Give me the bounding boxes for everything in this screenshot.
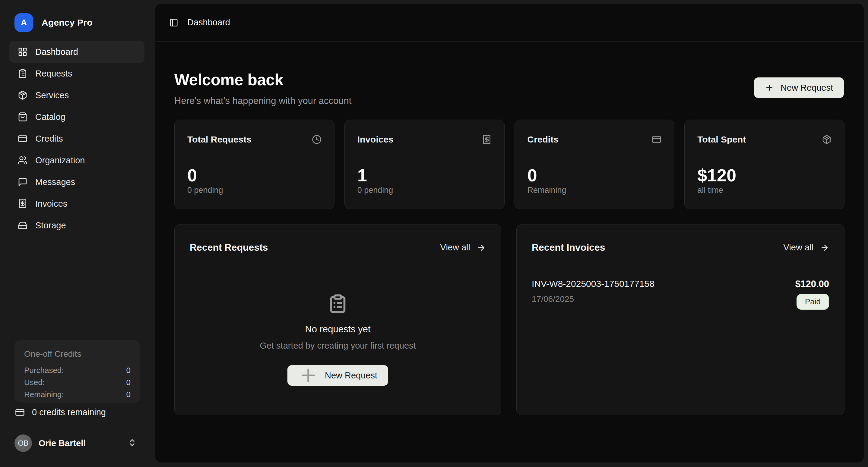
layout-grid-icon xyxy=(18,47,27,57)
stat-value: $120 xyxy=(697,165,736,185)
sidebar: A Agency Pro Dashboard Requests Services… xyxy=(0,0,155,467)
view-all-label: View all xyxy=(440,242,470,253)
credits-remaining-text: 0 credits remaining xyxy=(32,407,106,417)
app-root: A Agency Pro Dashboard Requests Services… xyxy=(0,0,868,467)
invoice-amount: $120.00 xyxy=(795,279,829,290)
empty-subtitle: Get started by creating your first reque… xyxy=(260,341,415,351)
users-icon xyxy=(18,156,27,165)
invoice-date: 17/06/2025 xyxy=(532,294,654,304)
stat-title: Invoices xyxy=(358,134,394,145)
credit-card-icon xyxy=(15,408,25,417)
credits-label: Remaining: xyxy=(24,388,64,400)
stat-caption: all time xyxy=(697,186,723,195)
credits-label: Used: xyxy=(24,376,44,388)
receipt-icon xyxy=(482,135,492,144)
empty-title: No requests yet xyxy=(305,324,370,335)
hard-drive-icon xyxy=(18,221,27,230)
welcome-subtitle: Here's what's happening with your accoun… xyxy=(174,96,351,106)
brand-name: Agency Pro xyxy=(42,18,93,28)
stat-card-total-spent: Total Spent $120 all time xyxy=(684,120,844,209)
credit-card-icon xyxy=(652,135,661,144)
arrow-right-icon xyxy=(477,243,486,252)
page-title: Dashboard xyxy=(187,18,230,27)
message-square-icon xyxy=(18,177,27,187)
plus-icon xyxy=(765,83,774,92)
new-request-label: New Request xyxy=(325,371,377,380)
sidebar-item-label: Organization xyxy=(35,156,85,165)
sidebar-item-label: Requests xyxy=(35,69,72,79)
credits-value: 0 xyxy=(126,388,131,400)
sidebar-item-label: Credits xyxy=(35,134,63,144)
credits-label: Purchased: xyxy=(24,364,64,376)
sidebar-item-label: Catalog xyxy=(35,112,65,122)
sidebar-item-organization[interactable]: Organization xyxy=(9,149,145,171)
user-menu[interactable]: OB Orie Bartell xyxy=(14,434,140,453)
stat-caption: 0 pending xyxy=(358,186,393,195)
user-name: Orie Bartell xyxy=(39,438,86,448)
recent-requests-card: Recent Requests View all No requests yet… xyxy=(174,224,501,415)
credits-value: 0 xyxy=(126,376,131,388)
new-request-button[interactable]: New Request xyxy=(287,365,388,386)
receipt-icon xyxy=(18,199,27,208)
sidebar-item-credits[interactable]: Credits xyxy=(9,128,145,149)
stat-value: 1 xyxy=(358,165,367,185)
panel-left-toggle-icon[interactable] xyxy=(169,18,178,27)
stat-value: 0 xyxy=(527,165,537,185)
stat-value: 0 xyxy=(187,165,197,185)
sidebar-nav: Dashboard Requests Services Catalog Cred… xyxy=(9,41,145,236)
credits-row-used: Used: 0 xyxy=(24,376,131,388)
stat-card-credits: Credits 0 Remaining xyxy=(515,120,675,209)
sidebar-item-requests[interactable]: Requests xyxy=(9,63,145,85)
chevrons-up-down-icon[interactable] xyxy=(128,438,136,448)
stat-title: Total Requests xyxy=(187,134,251,145)
view-all-label: View all xyxy=(783,242,813,253)
sidebar-item-catalog[interactable]: Catalog xyxy=(9,106,145,128)
one-off-credits-box: One-off Credits Purchased: 0 Used: 0 Rem… xyxy=(14,340,140,403)
plus-icon xyxy=(298,365,318,385)
credits-remaining-summary: 0 credits remaining xyxy=(15,407,106,417)
stat-caption: 0 pending xyxy=(187,186,223,195)
clipboard-list-icon xyxy=(18,69,27,78)
sidebar-item-label: Services xyxy=(35,90,69,100)
sidebar-item-storage[interactable]: Storage xyxy=(9,214,145,236)
brand: A Agency Pro xyxy=(14,13,93,32)
arrow-right-icon xyxy=(820,243,829,252)
sidebar-item-invoices[interactable]: Invoices xyxy=(9,193,145,214)
credits-row-remaining: Remaining: 0 xyxy=(24,388,131,400)
credits-value: 0 xyxy=(126,364,131,376)
sidebar-item-messages[interactable]: Messages xyxy=(9,171,145,193)
stat-title: Credits xyxy=(527,134,559,145)
credits-row-purchased: Purchased: 0 xyxy=(24,364,131,376)
stat-cards: Total Requests 0 0 pending Invoices 1 0 … xyxy=(174,120,844,209)
invoice-row[interactable]: INV-W8-2025003-1750177158 17/06/2025 $12… xyxy=(532,279,829,310)
main-panel: Dashboard Welcome back Here's what's hap… xyxy=(155,4,864,463)
page-header: Dashboard xyxy=(155,4,864,41)
avatar: OB xyxy=(14,434,32,452)
sidebar-item-services[interactable]: Services xyxy=(9,85,145,106)
package-icon xyxy=(822,135,832,144)
shopping-bag-icon xyxy=(18,112,27,122)
recent-requests-title: Recent Requests xyxy=(190,242,268,253)
stat-title: Total Spent xyxy=(697,134,746,145)
invoice-id: INV-W8-2025003-1750177158 xyxy=(532,279,654,289)
sidebar-item-label: Storage xyxy=(35,221,66,231)
new-request-label: New Request xyxy=(780,83,833,93)
credit-card-icon xyxy=(18,134,27,143)
stat-caption: Remaining xyxy=(527,186,566,195)
stat-card-invoices: Invoices 1 0 pending xyxy=(344,120,504,209)
sidebar-item-label: Messages xyxy=(35,177,75,187)
sidebar-item-label: Invoices xyxy=(35,199,67,209)
view-all-requests-link[interactable]: View all xyxy=(440,242,486,253)
package-icon xyxy=(18,90,27,100)
requests-empty-state: No requests yet Get started by creating … xyxy=(175,294,501,386)
recent-invoices-card: Recent Invoices View all INV-W8-2025003-… xyxy=(516,224,844,415)
sidebar-item-dashboard[interactable]: Dashboard xyxy=(9,41,145,63)
view-all-invoices-link[interactable]: View all xyxy=(783,242,829,253)
sidebar-item-label: Dashboard xyxy=(35,47,78,57)
recent-invoices-title: Recent Invoices xyxy=(532,242,605,253)
welcome-title: Welcome back xyxy=(174,70,283,89)
stat-card-total-requests: Total Requests 0 0 pending xyxy=(174,120,335,209)
new-request-button[interactable]: New Request xyxy=(754,77,844,98)
bottom-panels: Recent Requests View all No requests yet… xyxy=(174,224,844,415)
status-badge: Paid xyxy=(797,294,829,310)
